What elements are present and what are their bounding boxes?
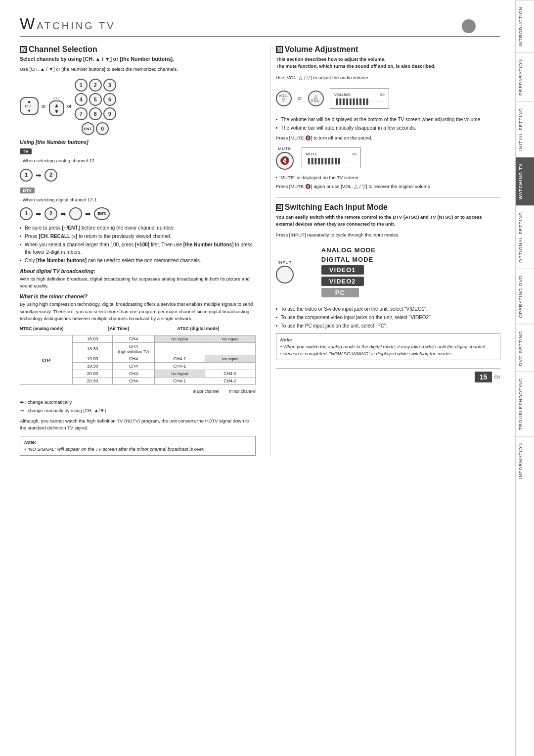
atsc-2000-3: CH4-2 <box>205 370 255 378</box>
num-btn-7[interactable]: 7 <box>75 107 88 120</box>
switching-section: ☑ Switching Each Input Mode You can easi… <box>276 203 500 360</box>
num-btn-0[interactable]: 0 <box>96 122 109 135</box>
atsc-1930-1: CH4 <box>112 363 154 370</box>
switching-bullet-1: To use the video or S-video input jack o… <box>276 305 500 313</box>
channel-note-text: • "NO SIGNAL" will appear on the TV scre… <box>24 446 251 452</box>
num-btn-9[interactable]: 9 <box>103 107 116 120</box>
channel-checkbox-icon: ☑ <box>20 46 27 53</box>
tab-optional-setting[interactable]: OPTIONAL SETTING <box>516 205 534 269</box>
dseq-btn-minus: – <box>69 207 82 220</box>
time-1800: 18:00 <box>73 335 113 343</box>
section-divider <box>276 197 500 198</box>
atsc-2000-2: No signal <box>154 370 205 378</box>
tab-operating-dvd[interactable]: OPERATING DVD <box>516 269 534 324</box>
switching-subtitle: You can easily switch with the remote co… <box>276 214 500 228</box>
seq-btn-1: 1 <box>20 169 33 182</box>
time-1900: 19:00 <box>73 355 113 363</box>
tab-watching-tv[interactable]: WATCHING TV <box>516 157 534 205</box>
tab-initial-setting[interactable]: INITIAL SETTING <box>516 101 534 157</box>
mute-recover-text: Press [MUTE 🔇] again or use [VOL. △ / ▽]… <box>276 183 500 190</box>
atsc-1900-3: No signal <box>205 355 255 363</box>
channel-diagram-area: NTSC (analog mode) [Air Time] ATSC (digi… <box>20 326 256 394</box>
atsc-2030-1: CH4 <box>112 378 154 385</box>
about-digital-text: With its high definition broadcast, digi… <box>20 276 256 290</box>
input-button[interactable] <box>276 266 294 284</box>
dseq-btn-ent: ENT. <box>94 207 110 220</box>
seq-btn-2: 2 <box>44 169 57 182</box>
mute-button[interactable]: 🔇 <box>276 152 294 170</box>
atsc-1900-2: CH4-1 <box>154 355 205 363</box>
switching-note-box: Note: • When you switch the analog mode … <box>276 333 500 360</box>
diagram-footer: major channel minor channel <box>20 389 256 394</box>
mode-video1: VIDEO1 <box>321 265 364 275</box>
ch-arrow-button[interactable]: CH. ▲ ▼ <box>49 96 64 116</box>
channel-bullet-1: Be sure to press [–/ENT.] before enterin… <box>20 224 256 232</box>
num-btn-3[interactable]: 3 <box>103 79 116 92</box>
ntsc-header-label: NTSC (analog mode) <box>20 326 96 331</box>
volume-section: ☑ Volume Adjustment This section describ… <box>276 45 500 190</box>
num-btn-4[interactable]: 4 <box>75 93 88 106</box>
time-2000: 20:00 <box>73 370 113 378</box>
dseq-arrow-3: ➡ <box>85 210 91 218</box>
title-rest: ATCHING TV <box>37 20 115 32</box>
tab-introduction[interactable]: INTRODUCTION <box>516 0 534 52</box>
switching-section-title: ☑ Switching Each Input Mode <box>276 203 500 212</box>
bottom-bar: 15 EN <box>276 368 500 382</box>
volume-checkbox-icon: ☑ <box>276 46 283 53</box>
mute-label: MUTE <box>278 146 292 151</box>
mute-bar-display: MUTE 20 ▐▐▐▐▐▐▐▐▐▐ ·········· <box>302 147 361 168</box>
channel-diagram-table: CH4 18:00 CH4 No signal No signal 18:30 … <box>20 335 256 385</box>
two-column-layout: ☑ Channel Selection Select channels by u… <box>20 45 500 456</box>
analog-sequence: 1 ➡ 2 <box>20 169 256 182</box>
title-w: W <box>20 15 36 33</box>
channel-bullet-4: Only [the Number buttons] can be used to… <box>20 257 256 264</box>
legend1: ➡ : change automatically <box>20 398 256 406</box>
num-btn-2[interactable]: 2 <box>89 79 102 92</box>
mode-video2: VIDEO2 <box>321 277 364 286</box>
dseq-btn-2: 2 <box>44 207 57 220</box>
atsc-1900-1: CH4 <box>112 355 154 363</box>
num-btn-6[interactable]: 6 <box>103 93 116 106</box>
left-column: ☑ Channel Selection Select channels by u… <box>20 45 261 456</box>
ch-up-down-button[interactable]: ▲ CH. ▼ <box>20 97 39 115</box>
num-btn-ent[interactable]: ENT. <box>82 122 94 135</box>
digital-sequence: 1 ➡ 2 ➡ – ➡ ENT. <box>20 207 256 220</box>
tab-preparation[interactable]: PREPARATION <box>516 52 534 101</box>
channel-note-box: Note: • "NO SIGNAL" will appear on the T… <box>20 436 256 456</box>
vol-bar-graphic: ▐▐▐▐▐▐▐▐▐▐ <box>334 98 368 104</box>
mode-list: ANALOG MODE DIGITAL MODE VIDEO1 VIDEO2 P… <box>321 246 376 297</box>
atsc-2030-3: CH4-2 <box>205 378 255 385</box>
switching-intro: Press [INPUT] repeatedly to cycle throug… <box>276 232 500 238</box>
vol-up-button[interactable]: △ VOL. <box>308 91 324 106</box>
tab-troubleshooting[interactable]: TROUBLESHOOTING <box>516 372 534 436</box>
channel-intro: Use [CH. ▲ / ▼] or [the Number buttons] … <box>20 66 256 73</box>
tab-information[interactable]: INFORMATION <box>516 436 534 485</box>
mute-bar-label: MUTE <box>306 152 317 156</box>
atsc-1830-2 <box>154 343 255 355</box>
major-label: major channel <box>193 389 219 394</box>
vol-down-button[interactable]: VOL. ▽ <box>276 91 292 106</box>
diagram-row-1800: CH4 18:00 CH4 No signal No signal <box>20 335 256 343</box>
dtv-badge: DTV <box>20 188 35 193</box>
vol-bullet-1: The volume bar will be displayed at the … <box>276 116 500 123</box>
channel-subtitle: Select channels by using [CH. ▲ / ▼] or … <box>20 56 256 62</box>
about-digital-title: About digital TV broadcasting: <box>20 268 256 274</box>
volume-intro: Use [VOL. △ / ▽] to adjust the audio vol… <box>276 74 500 81</box>
dseq-btn-1: 1 <box>20 207 33 220</box>
num-btn-8[interactable]: 8 <box>89 107 102 120</box>
volume-bar-display: VOLUME 20 ▐▐▐▐▐▐▐▐▐▐ ·········· <box>330 88 389 109</box>
tab-dvd-setting[interactable]: DVD SETTING <box>516 324 534 372</box>
diagram-header: NTSC (analog mode) [Air Time] ATSC (digi… <box>20 326 256 331</box>
tv-badge: TV <box>20 148 32 154</box>
atsc-2000-1: CH4 <box>112 370 154 378</box>
minor-label: minor channel <box>229 389 255 394</box>
num-btn-1[interactable]: 1 <box>75 79 88 92</box>
using-number-buttons-label: Using [the Number buttons] <box>20 139 256 145</box>
atsc-1930-2: CH4-1 <box>154 363 205 370</box>
en-label: EN <box>494 375 500 379</box>
dseq-arrow-1: ➡ <box>36 210 42 218</box>
what-minor-text: By using high compression technology, di… <box>20 301 256 322</box>
atsc-1930-3 <box>205 363 255 370</box>
analog-label: - When selecting analog channel 12 <box>20 157 256 164</box>
num-btn-5[interactable]: 5 <box>89 93 102 106</box>
